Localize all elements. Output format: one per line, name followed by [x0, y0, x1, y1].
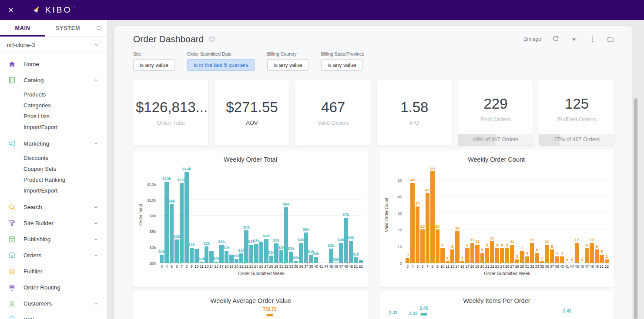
- bar[interactable]: [455, 231, 459, 263]
- bar-slot[interactable]: 12: [530, 166, 534, 263]
- bar[interactable]: [344, 218, 348, 263]
- bar-slot[interactable]: [319, 166, 323, 263]
- bar-slot[interactable]: 9: [500, 166, 504, 263]
- bar-slot[interactable]: 9: [495, 166, 500, 263]
- sidebar-subitem-products[interactable]: Products: [0, 89, 107, 100]
- bar-slot[interactable]: 4: [554, 166, 559, 263]
- chevron-down-icon[interactable]: [93, 236, 99, 243]
- tab-system[interactable]: SYSTEM: [45, 20, 91, 37]
- bar[interactable]: [184, 172, 188, 263]
- environment-selector[interactable]: nrf-clone-3: [0, 37, 107, 53]
- bar[interactable]: [510, 245, 514, 263]
- bar-slot[interactable]: [229, 166, 234, 263]
- bar[interactable]: [575, 243, 579, 263]
- bar[interactable]: [505, 248, 509, 263]
- sidebar-subitem-product-ranking[interactable]: Product Ranking: [0, 174, 107, 185]
- chevron-down-icon[interactable]: [93, 204, 99, 210]
- bar-slot[interactable]: 3: [405, 166, 410, 263]
- bar[interactable]: [595, 249, 599, 263]
- sidebar-subitem-import-export[interactable]: Import/Export: [0, 185, 107, 196]
- bar-slot[interactable]: 12: [574, 166, 579, 263]
- bar-slot[interactable]: $13k: [164, 166, 169, 263]
- chevron-up-icon[interactable]: [93, 140, 99, 147]
- filter-value-chip[interactable]: is any value: [133, 59, 175, 71]
- favorite-heart-icon[interactable]: [208, 35, 216, 43]
- bar-slot[interactable]: $7k: [343, 166, 348, 263]
- bar[interactable]: [314, 257, 318, 263]
- bar[interactable]: [460, 261, 464, 263]
- bar-slot[interactable]: 9: [440, 166, 445, 263]
- bar[interactable]: [420, 313, 427, 316]
- bar-slot[interactable]: $3k: [254, 166, 258, 263]
- bar-slot[interactable]: 9: [485, 166, 490, 263]
- bar-slot[interactable]: 1: [445, 166, 450, 263]
- bar-slot[interactable]: [323, 166, 328, 263]
- refresh-icon[interactable]: [552, 35, 560, 43]
- bar[interactable]: [495, 248, 499, 263]
- bar-slot[interactable]: 12: [470, 166, 475, 263]
- bar[interactable]: [244, 230, 248, 263]
- bar-slot[interactable]: $12k: [179, 166, 184, 263]
- bar-slot[interactable]: 5: [599, 166, 604, 263]
- bar[interactable]: [545, 245, 549, 263]
- bar-slot[interactable]: [194, 166, 199, 263]
- bar-slot[interactable]: 11: [475, 166, 480, 263]
- bar-slot[interactable]: $0k: [214, 166, 219, 263]
- sidebar-item-orders[interactable]: Orders: [0, 247, 107, 263]
- bar[interactable]: [475, 245, 479, 263]
- bar[interactable]: [436, 229, 439, 263]
- bar[interactable]: [294, 261, 298, 263]
- bar[interactable]: [180, 183, 184, 263]
- close-icon[interactable]: [7, 6, 15, 14]
- bar-slot[interactable]: 13: [490, 166, 494, 263]
- bar[interactable]: [205, 246, 208, 263]
- bar-slot[interactable]: $5k: [304, 166, 309, 263]
- bar[interactable]: [215, 262, 218, 263]
- bar[interactable]: [480, 253, 484, 263]
- vertical-scrollbar[interactable]: [634, 98, 637, 319]
- bar-slot[interactable]: $2k: [329, 166, 333, 263]
- filter-value-chip[interactable]: is any value: [267, 59, 309, 71]
- bar-slot[interactable]: $0k: [314, 166, 319, 263]
- bar[interactable]: [450, 249, 454, 263]
- bar[interactable]: [446, 261, 449, 263]
- chevron-down-icon[interactable]: [93, 300, 99, 307]
- bar-slot[interactable]: $1k: [239, 166, 244, 263]
- bar[interactable]: [164, 182, 168, 263]
- bar[interactable]: [299, 243, 303, 263]
- bar[interactable]: [540, 261, 544, 263]
- bar[interactable]: [334, 263, 338, 263]
- bar-slot[interactable]: 4: [560, 166, 564, 263]
- bar-slot[interactable]: 11: [510, 166, 514, 263]
- bar[interactable]: [470, 243, 474, 263]
- bar[interactable]: [239, 253, 243, 263]
- bar[interactable]: [555, 256, 559, 263]
- bar[interactable]: [440, 248, 444, 263]
- sidebar-item-b2b[interactable]: B2B: [0, 312, 107, 319]
- sidebar-subitem-coupon-sets[interactable]: Coupon Sets: [0, 163, 107, 174]
- bar-slot[interactable]: $0k: [199, 166, 204, 263]
- bar-slot[interactable]: 8: [450, 166, 455, 263]
- bar-slot[interactable]: 0: [564, 166, 569, 263]
- bar-slot[interactable]: $2k: [224, 166, 229, 263]
- bar[interactable]: [225, 251, 228, 263]
- sidebar-item-order-routing[interactable]: Order Routing: [0, 279, 107, 296]
- filter-value-chip[interactable]: is any value: [321, 59, 363, 71]
- bar[interactable]: [410, 183, 414, 263]
- bar-slot[interactable]: 12: [589, 166, 594, 263]
- bar[interactable]: [465, 248, 469, 263]
- bar-slot[interactable]: 9: [584, 166, 589, 263]
- bar-slot[interactable]: $14k: [184, 166, 189, 263]
- bar[interactable]: [279, 250, 283, 263]
- bar[interactable]: [160, 255, 164, 263]
- bar[interactable]: [420, 229, 424, 263]
- filter-icon[interactable]: [570, 35, 578, 43]
- bar[interactable]: [550, 249, 554, 263]
- bar[interactable]: [535, 253, 539, 263]
- bar[interactable]: [284, 207, 288, 263]
- bar[interactable]: [249, 245, 253, 263]
- bar-slot[interactable]: $1k: [353, 166, 358, 263]
- bar-slot[interactable]: 48: [410, 166, 415, 263]
- folder-icon[interactable]: [607, 35, 614, 43]
- bar-slot[interactable]: 4: [525, 166, 530, 263]
